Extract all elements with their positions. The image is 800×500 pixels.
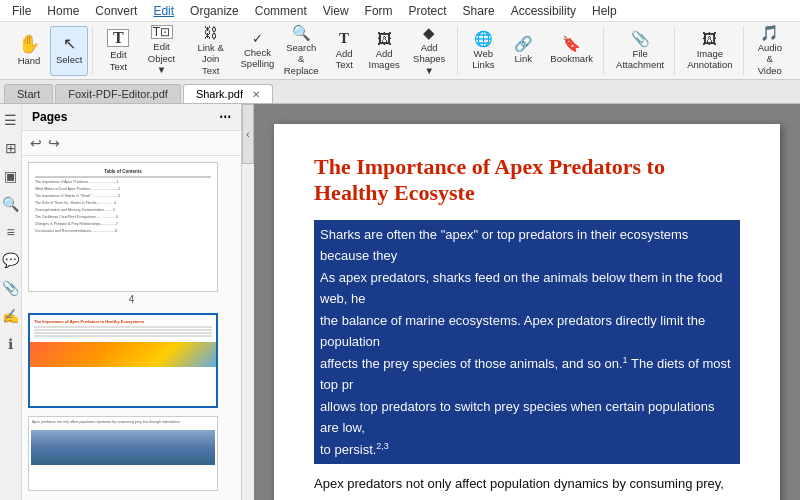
- menu-comment[interactable]: Comment: [247, 2, 315, 20]
- file-attachment-icon: 📎: [631, 31, 650, 46]
- menu-help[interactable]: Help: [584, 2, 625, 20]
- properties-icon[interactable]: ℹ: [6, 334, 15, 354]
- search-replace-button[interactable]: 🔍 Search &Replace: [279, 26, 323, 76]
- hand-icon: ✋: [18, 35, 40, 53]
- menu-form[interactable]: Form: [357, 2, 401, 20]
- search-replace-icon: 🔍: [292, 25, 311, 40]
- toolbar: ✋ Hand ↖ Select T EditText T⊡ EditObject…: [0, 22, 800, 80]
- hand-tool-button[interactable]: ✋ Hand: [10, 26, 48, 76]
- add-images-icon: 🖼: [377, 31, 392, 46]
- pages-panel: Pages ⋯ ↩ ↪ Table of Contents The Import…: [22, 104, 242, 500]
- layers-icon[interactable]: ≡: [4, 222, 16, 242]
- toolbar-group-select: ✋ Hand ↖ Select: [6, 26, 93, 75]
- web-links-button[interactable]: 🌐 WebLinks: [464, 26, 502, 76]
- close-tab-icon[interactable]: ✕: [252, 89, 260, 100]
- menu-accessibility[interactable]: Accessibility: [503, 2, 584, 20]
- menu-share[interactable]: Share: [455, 2, 503, 20]
- document-title: The Importance of Apex Predators to Heal…: [314, 154, 740, 206]
- search-sidebar-icon[interactable]: 🔍: [0, 194, 21, 214]
- file-attachment-button[interactable]: 📎 FileAttachment: [610, 26, 670, 76]
- page-thumbnail-5[interactable]: The Importance of Apex Predators to Heal…: [28, 313, 235, 408]
- comments-icon[interactable]: 💬: [0, 250, 21, 270]
- link-join-icon: ⛓: [203, 25, 218, 40]
- tabs-bar: Start Foxit-PDF-Editor.pdf Shark.pdf ✕: [0, 80, 800, 104]
- spell-check-icon: ✓: [252, 32, 263, 45]
- tab-start[interactable]: Start: [4, 84, 53, 103]
- menu-file[interactable]: File: [4, 2, 39, 20]
- add-text-icon: T: [339, 31, 349, 46]
- page-thumbnail-4[interactable]: Table of Contents The Importance of Apex…: [28, 162, 235, 305]
- panel-title: Pages: [32, 110, 67, 124]
- document-page: The Importance of Apex Predators to Heal…: [274, 124, 780, 500]
- edit-object-button[interactable]: T⊡ EditObject ▼: [139, 26, 183, 76]
- audio-video-icon: 🎵: [760, 25, 779, 40]
- edit-text-icon: T: [107, 29, 129, 47]
- menu-protect[interactable]: Protect: [401, 2, 455, 20]
- menu-home[interactable]: Home: [39, 2, 87, 20]
- menu-view[interactable]: View: [315, 2, 357, 20]
- bookmark-icon: 🔖: [562, 36, 581, 51]
- highlighted-text-block: Sharks are often the "apex" or top preda…: [314, 220, 740, 464]
- main-content: ☰ ⊞ ▣ 🔍 ≡ 💬 📎 ✍ ℹ Pages ⋯ ↩ ↪ Table of C…: [0, 104, 800, 500]
- add-shapes-button[interactable]: ◆ AddShapes ▼: [405, 26, 453, 76]
- panel-content: Table of Contents The Importance of Apex…: [22, 156, 241, 500]
- select-tool-button[interactable]: ↖ Select: [50, 26, 88, 76]
- side-icon-bar: ☰ ⊞ ▣ 🔍 ≡ 💬 📎 ✍ ℹ: [0, 104, 22, 500]
- thumbnail-icon[interactable]: ▣: [2, 166, 19, 186]
- page-thumbnail-6[interactable]: Apex predators not only affect populatio…: [28, 416, 235, 491]
- bookmark-button[interactable]: 🔖 Bookmark: [544, 26, 599, 76]
- tab-shark[interactable]: Shark.pdf ✕: [183, 84, 273, 103]
- edit-object-icon: T⊡: [151, 25, 173, 39]
- add-text-button[interactable]: T AddText: [325, 26, 363, 76]
- toolbar-group-image: 🖼 ImageAnnotation: [677, 26, 743, 75]
- document-area[interactable]: The Importance of Apex Predators to Heal…: [254, 104, 800, 500]
- link-button[interactable]: 🔗 Link: [504, 26, 542, 76]
- navigate-icon[interactable]: ☰: [2, 110, 19, 130]
- attachments-icon[interactable]: 📎: [0, 278, 21, 298]
- select-icon: ↖: [63, 36, 76, 52]
- tab-foxit[interactable]: Foxit-PDF-Editor.pdf: [55, 84, 181, 103]
- audio-video-button[interactable]: 🎵 Audio &Video: [750, 26, 790, 76]
- toolbar-group-audio: 🎵 Audio &Video: [746, 26, 794, 75]
- signatures-icon[interactable]: ✍: [0, 306, 21, 326]
- menu-organize[interactable]: Organize: [182, 2, 247, 20]
- document-paragraph-1: Apex predators not only affect populatio…: [314, 474, 740, 500]
- toolbar-group-edit: T EditText T⊡ EditObject ▼ ⛓ Link & Join…: [95, 26, 458, 75]
- check-spelling-button[interactable]: ✓ CheckSpelling: [238, 26, 278, 76]
- edit-text-button[interactable]: T EditText: [99, 26, 137, 76]
- web-links-icon: 🌐: [474, 31, 493, 46]
- panel-collapse-button[interactable]: ‹: [242, 104, 254, 164]
- link-join-button[interactable]: ⛓ Link & JoinText: [186, 26, 236, 76]
- toolbar-group-attachment: 📎 FileAttachment: [606, 26, 675, 75]
- menu-convert[interactable]: Convert: [87, 2, 145, 20]
- link-icon: 🔗: [514, 36, 533, 51]
- toolbar-group-links: 🌐 WebLinks 🔗 Link 🔖 Bookmark: [460, 26, 604, 75]
- add-shapes-icon: ◆: [423, 25, 435, 40]
- menu-edit[interactable]: Edit: [145, 2, 182, 20]
- image-annotation-button[interactable]: 🖼 ImageAnnotation: [681, 26, 738, 76]
- panel-tools: ↩ ↪: [22, 131, 241, 156]
- panel-header: Pages ⋯: [22, 104, 241, 131]
- page-number-4: 4: [28, 294, 235, 305]
- menu-bar: File Home Convert Edit Organize Comment …: [0, 0, 800, 22]
- pages-icon[interactable]: ⊞: [3, 138, 19, 158]
- add-images-button[interactable]: 🖼 AddImages: [365, 26, 403, 76]
- rotate-left-icon[interactable]: ↩: [30, 135, 42, 151]
- panel-options-icon[interactable]: ⋯: [219, 110, 231, 124]
- rotate-right-icon[interactable]: ↪: [48, 135, 60, 151]
- image-annotation-icon: 🖼: [702, 31, 717, 46]
